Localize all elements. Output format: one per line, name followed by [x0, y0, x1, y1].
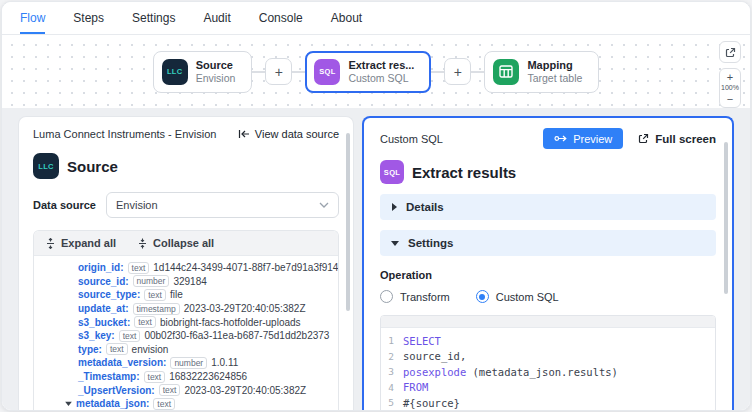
zoom-control: + 100% −	[719, 68, 741, 108]
data-source-select[interactable]: Envision	[106, 192, 339, 218]
tree-row[interactable]: _Timestamp:text16832223624856	[34, 370, 338, 384]
code-line[interactable]: 2source_id,	[381, 349, 715, 365]
tree-key: metadata_version:	[78, 357, 166, 368]
radio-circle-icon	[380, 290, 393, 303]
code-line-number: 2	[381, 351, 403, 362]
sql-keyword: posexplode	[403, 366, 466, 378]
data-tree: Expand all Collapse all origin_	[33, 230, 339, 410]
expand-all-label: Expand all	[61, 237, 116, 249]
flow-node-subtitle: Custom SQL	[348, 72, 414, 84]
source-panel: Luma Connect Instruments - Envision View…	[18, 116, 354, 410]
tree-value: 1.0.11	[211, 357, 238, 368]
radio-label: Transform	[400, 291, 450, 303]
arrow-to-bar-icon	[238, 129, 250, 139]
settings-accordion[interactable]: Settings	[380, 230, 716, 256]
data-source-label: Data source	[33, 199, 96, 211]
zoom-level: 100%	[721, 83, 739, 93]
code-line[interactable]: 1SELECT	[381, 333, 715, 349]
preview-button[interactable]: Preview	[543, 128, 623, 149]
type-badge: text	[106, 343, 128, 355]
type-badge: text	[144, 371, 166, 383]
operation-radio-group: TransformCustom SQL	[380, 290, 716, 303]
radio-custom-sql[interactable]: Custom SQL	[476, 290, 559, 303]
tree-row[interactable]: origin_id:text1d144c24-3499-4071-88f7-be…	[34, 261, 338, 275]
tree-row[interactable]: source_id:number329184	[34, 275, 338, 289]
tab-console[interactable]: Console	[259, 2, 303, 34]
flow-node-mapping[interactable]: MappingTarget table	[484, 51, 599, 93]
flow-row: LLCSourceEnvision+SQLExtract res...Custo…	[153, 51, 600, 93]
tree-value: 2023-03-29T20:40:05:382Z	[184, 385, 306, 396]
tab-flow[interactable]: Flow	[20, 2, 45, 34]
tree-row[interactable]: s3_bucket:textbiobright-facs-hotfolder-u…	[34, 315, 338, 329]
code-line-number: 4	[381, 382, 403, 393]
expand-all-button[interactable]: Expand all	[46, 237, 116, 249]
flow-node-subtitle: Envision	[196, 72, 236, 84]
expand-all-icon	[46, 238, 55, 249]
code-line[interactable]: 4FROM	[381, 380, 715, 396]
tree-row[interactable]: s3_key:text00b02f30-f6a3-11ea-b687-75d1d…	[34, 329, 338, 343]
type-badge: text	[153, 398, 175, 410]
tab-about[interactable]: About	[331, 2, 362, 34]
flow-node-extract-res[interactable]: SQLExtract res...Custom SQL	[305, 51, 431, 93]
connector-line	[292, 71, 305, 73]
type-badge: timestamp	[133, 303, 180, 315]
flow-node-title: Extract res...	[348, 59, 414, 72]
tree-row[interactable]: type:textenvision	[34, 343, 338, 357]
top-nav: FlowStepsSettingsAuditConsoleAbout	[2, 2, 750, 35]
add-step-button[interactable]: +	[265, 58, 292, 85]
tab-audit[interactable]: Audit	[203, 2, 230, 34]
connector-line	[252, 71, 265, 73]
right-panel-scrollbar[interactable]	[724, 142, 728, 294]
app-window: FlowStepsSettingsAuditConsoleAbout LLCSo…	[1, 1, 751, 411]
tree-row[interactable]: update_at:timestamp2023-03-29T20:40:05:3…	[34, 302, 338, 316]
caret-down-icon[interactable]	[65, 401, 72, 406]
tree-key: s3_key:	[78, 330, 115, 341]
tab-steps[interactable]: Steps	[73, 2, 104, 34]
flow-node-source[interactable]: LLCSourceEnvision	[153, 51, 253, 93]
tree-key: origin_id:	[78, 262, 124, 273]
zoom-out-button[interactable]: −	[727, 93, 733, 105]
code-line[interactable]: 5#{source}	[381, 395, 715, 410]
tree-key: source_type:	[78, 289, 140, 300]
view-data-source-button[interactable]: View data source	[238, 128, 339, 140]
tree-key: _UpsertVersion:	[78, 385, 155, 396]
open-canvas-button[interactable]	[719, 41, 741, 63]
tree-body: origin_id:text1d144c24-3499-4071-88f7-be…	[34, 256, 338, 410]
type-badge: number	[170, 357, 207, 369]
collapse-all-icon	[138, 238, 147, 249]
tree-value: 2023-03-29T20:40:05:382Z	[184, 303, 306, 314]
full-screen-button[interactable]: Full screen	[638, 133, 716, 145]
editor-toolbar	[381, 316, 715, 328]
sql-editor[interactable]: 1SELECT2source_id,3posexplode (metadata_…	[380, 315, 716, 410]
left-panel-scrollbar[interactable]	[346, 133, 350, 311]
tree-value: 1d144c24-3499-4071-88f7-be7d91a3f914	[153, 262, 338, 273]
settings-label: Settings	[408, 237, 453, 249]
preview-icon	[554, 134, 567, 143]
sql-keyword: FROM	[403, 381, 428, 393]
llc-icon: LLC	[162, 59, 188, 85]
code-text: SELECT	[403, 335, 441, 347]
tree-row[interactable]: source_type:textfile	[34, 288, 338, 302]
code-line[interactable]: 3posexplode (metadata_json.results)	[381, 364, 715, 380]
flow-canvas[interactable]: LLCSourceEnvision+SQLExtract res...Custo…	[2, 35, 750, 108]
tree-row[interactable]: metadata_version:number1.0.11	[34, 356, 338, 370]
collapse-all-button[interactable]: Collapse all	[138, 237, 214, 249]
code-line-number: 1	[381, 335, 403, 346]
flow-node-text: SourceEnvision	[196, 59, 236, 84]
flow-node-title: Source	[196, 59, 236, 72]
editor-body[interactable]: 1SELECT2source_id,3posexplode (metadata_…	[381, 328, 715, 410]
code-text: source_id,	[403, 350, 466, 362]
tree-key: metadata_json:	[76, 398, 149, 409]
type-badge: number	[133, 275, 170, 287]
details-accordion[interactable]: Details	[380, 194, 716, 220]
workspace: Luma Connect Instruments - Envision View…	[2, 108, 750, 410]
tree-value: envision	[132, 344, 169, 355]
add-step-button[interactable]: +	[444, 58, 471, 85]
code-text: posexplode (metadata_json.results)	[403, 366, 618, 378]
tab-settings[interactable]: Settings	[132, 2, 175, 34]
radio-transform[interactable]: Transform	[380, 290, 450, 303]
tree-row[interactable]: metadata_json:text	[34, 397, 338, 410]
zoom-in-button[interactable]: +	[727, 71, 733, 83]
tree-row[interactable]: _UpsertVersion:text2023-03-29T20:40:05:3…	[34, 383, 338, 397]
tree-toolbar: Expand all Collapse all	[34, 231, 338, 256]
